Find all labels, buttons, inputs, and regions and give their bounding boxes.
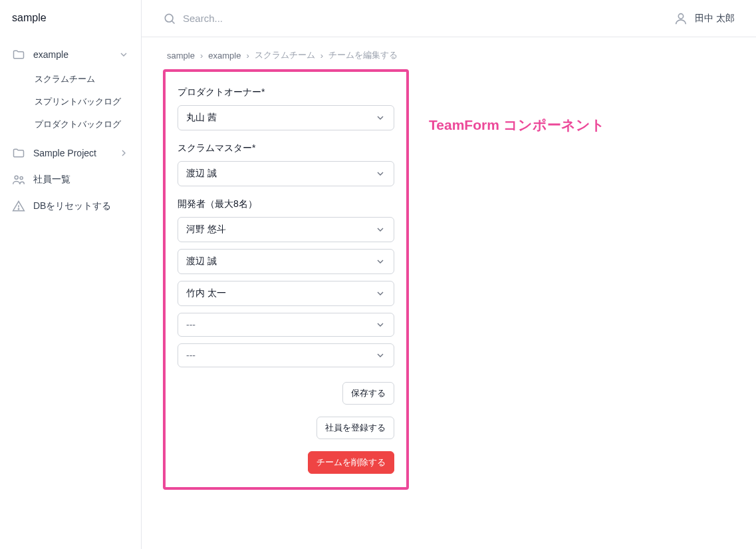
developer-select[interactable]: ---	[178, 313, 394, 337]
sidebar-item-label: Sample Project	[33, 148, 110, 158]
chevron-down-icon	[375, 288, 386, 299]
user-name: 田中 太郎	[695, 13, 735, 25]
scrum-master-select[interactable]: 渡辺 誠	[178, 161, 394, 186]
select-value: 渡辺 誠	[186, 256, 217, 268]
chevron-right-icon: ›	[200, 51, 203, 61]
breadcrumb-item: チームを編集する	[328, 49, 398, 61]
breadcrumb-item[interactable]: sample	[167, 51, 195, 61]
svg-point-4	[165, 14, 173, 22]
sidebar-item-label: 社員一覧	[33, 174, 129, 186]
sidebar-item-sample-project[interactable]: Sample Project	[0, 140, 141, 166]
developer-select[interactable]: 竹内 太一	[178, 281, 394, 306]
svg-line-5	[172, 21, 175, 23]
developers-label: 開発者（最大8名）	[178, 198, 394, 210]
product-owner-label: プロダクトオーナー*	[178, 87, 394, 98]
sidebar-item-example[interactable]: example	[0, 41, 141, 68]
developer-select[interactable]: 河野 悠斗	[178, 217, 394, 242]
chevron-down-icon	[375, 256, 386, 267]
brand: sample	[0, 12, 141, 32]
chevron-down-icon	[118, 49, 129, 60]
svg-point-0	[15, 176, 18, 179]
save-button[interactable]: 保存する	[342, 382, 394, 405]
warning-icon	[12, 200, 25, 213]
search-input[interactable]	[183, 13, 666, 24]
developer-select[interactable]: ---	[178, 343, 394, 367]
chevron-down-icon	[375, 319, 386, 330]
select-value: 渡辺 誠	[186, 168, 217, 180]
delete-team-button[interactable]: チームを削除する	[308, 451, 394, 474]
team-form: プロダクトオーナー* 丸山 茜 スクラムマスター* 渡辺 誠	[163, 69, 409, 490]
select-value: 河野 悠斗	[186, 224, 226, 236]
topbar: 田中 太郎	[142, 0, 756, 37]
user-icon	[674, 11, 688, 26]
breadcrumb: sample › example › スクラムチーム › チームを編集する	[163, 49, 409, 61]
chevron-down-icon	[375, 112, 386, 123]
annotation-label: TeamForm コンポーネント	[429, 49, 605, 134]
chevron-right-icon: ›	[246, 51, 249, 61]
sidebar-sub-sprintbacklog[interactable]: スプリントバックログ	[0, 91, 141, 113]
user-menu[interactable]: 田中 太郎	[674, 11, 735, 26]
register-employee-button[interactable]: 社員を登録する	[316, 417, 394, 439]
select-value: 丸山 茜	[186, 112, 217, 124]
developer-select[interactable]: 渡辺 誠	[178, 249, 394, 274]
svg-point-6	[678, 13, 683, 18]
sidebar: sample example スクラムチーム スプリントバックログ プロダクトバ…	[0, 0, 142, 549]
chevron-right-icon	[118, 148, 129, 158]
folder-icon	[12, 48, 25, 61]
chevron-right-icon: ›	[320, 51, 323, 61]
sidebar-item-employees[interactable]: 社員一覧	[0, 166, 141, 193]
scrum-master-label: スクラムマスター*	[178, 142, 394, 154]
breadcrumb-item[interactable]: example	[208, 51, 241, 61]
sidebar-sub-productbacklog[interactable]: プロダクトバックログ	[0, 113, 141, 136]
sidebar-sub-scrumteam[interactable]: スクラムチーム	[0, 68, 141, 91]
select-value: ---	[186, 319, 195, 330]
chevron-down-icon	[375, 350, 386, 361]
users-icon	[12, 173, 25, 186]
sidebar-item-label: example	[33, 49, 110, 60]
svg-point-1	[20, 176, 23, 179]
breadcrumb-item[interactable]: スクラムチーム	[255, 49, 315, 61]
search-icon	[163, 12, 176, 25]
search[interactable]	[163, 12, 666, 25]
chevron-down-icon	[375, 168, 386, 179]
chevron-down-icon	[375, 224, 386, 235]
svg-point-3	[18, 209, 19, 210]
product-owner-select[interactable]: 丸山 茜	[178, 105, 394, 130]
folder-icon	[12, 146, 25, 160]
sidebar-item-label: DBをリセットする	[33, 200, 129, 212]
select-value: 竹内 太一	[186, 287, 226, 299]
select-value: ---	[186, 350, 195, 361]
sidebar-item-reset-db[interactable]: DBをリセットする	[0, 193, 141, 220]
